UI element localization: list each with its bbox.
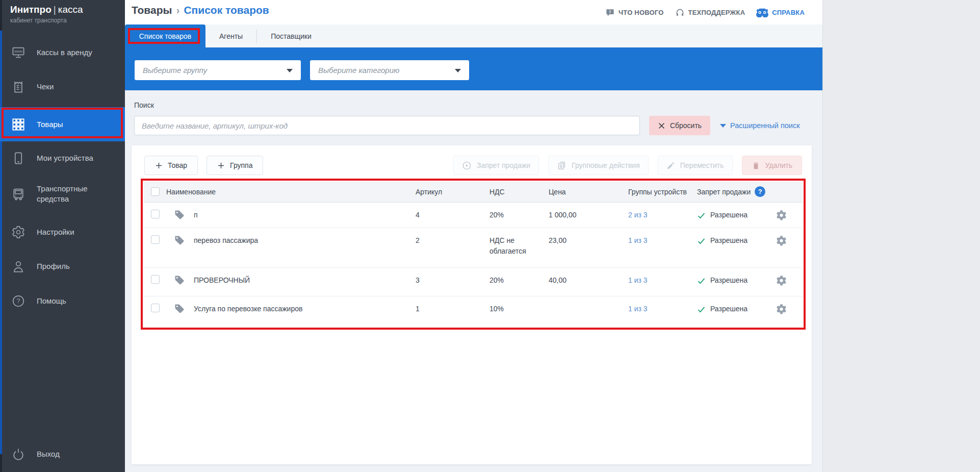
svg-text:!: ! — [609, 9, 611, 14]
tag-icon — [173, 234, 186, 246]
category-filter-dropdown[interactable]: Выберите категорию — [310, 60, 469, 80]
add-group-label: Группа — [230, 161, 252, 169]
support-link[interactable]: ТЕХПОДДЕРЖКА — [675, 8, 745, 17]
row-settings-gear-icon[interactable] — [776, 210, 787, 220]
table-row: Услуга по перевозке пассажиров 1 10% 1 и… — [144, 296, 803, 321]
plus-icon — [155, 162, 163, 169]
reset-button[interactable]: Сбросить — [649, 116, 710, 135]
search-input[interactable] — [134, 116, 640, 135]
bus-icon — [10, 186, 27, 202]
advanced-search-label: Расширенный поиск — [730, 121, 800, 130]
row-checkbox[interactable] — [151, 304, 160, 312]
trash-icon — [752, 161, 760, 170]
product-price — [549, 296, 628, 321]
delete-label: Удалить — [765, 161, 792, 169]
group-filter-dropdown[interactable]: Выберите группу — [135, 60, 301, 80]
device-groups-link[interactable]: 2 из 3 — [628, 211, 648, 219]
brand-name: Инитпро — [10, 4, 51, 15]
row-settings-gear-icon[interactable] — [776, 235, 787, 246]
advanced-search-link[interactable]: Расширенный поиск — [720, 116, 800, 135]
play-circle-icon — [462, 161, 472, 170]
sale-status: Разрешена — [710, 275, 747, 286]
app-logo[interactable]: Инитпро|касса — [10, 4, 83, 15]
sale-status: Разрешена — [710, 210, 747, 220]
sidebar-item-settings[interactable]: Настройки — [0, 218, 125, 246]
move-label: Переместить — [680, 161, 724, 169]
add-group-button[interactable]: Группа — [207, 156, 263, 175]
tab-bar: Список товаров Агенты Поставщики — [125, 24, 822, 47]
product-name[interactable]: п — [194, 210, 198, 220]
reference-link[interactable]: СПРАВКА — [756, 8, 805, 17]
col-header-sku: Артикул — [416, 182, 489, 202]
bulk-actions-button[interactable]: Групповые действия — [548, 156, 649, 175]
add-product-button[interactable]: Товар — [144, 156, 198, 175]
row-settings-gear-icon[interactable] — [776, 275, 787, 286]
row-checkbox[interactable] — [151, 275, 160, 284]
device-groups-link[interactable]: 1 из 3 — [628, 305, 648, 313]
help-badge-icon[interactable]: ? — [755, 186, 765, 197]
row-settings-gear-icon[interactable] — [776, 304, 787, 314]
pencil-icon — [666, 161, 675, 170]
select-all-checkbox[interactable] — [151, 187, 160, 196]
col-header-sale-ban: Запрет продажи — [697, 188, 751, 196]
page-header: Товары›Список товаров ! ЧТО НОВОГО — [125, 0, 822, 24]
product-name[interactable]: Услуга по перевозке пассажиров — [194, 304, 302, 314]
gear-icon — [10, 224, 27, 240]
sidebar-item-label: Чеки — [37, 82, 118, 92]
sidebar-item-logout[interactable]: Выход — [0, 440, 125, 468]
delete-button[interactable]: Удалить — [742, 156, 802, 175]
row-checkbox[interactable] — [151, 235, 160, 244]
sidebar-item-my-devices[interactable]: Мои устройства — [0, 144, 125, 172]
brand-suffix: касса — [58, 4, 83, 15]
row-checkbox[interactable] — [151, 210, 160, 218]
ban-sale-button[interactable]: Запрет продажи — [453, 156, 539, 175]
annotation-rect-table: Наименование Артикул НДС Цена Группы уст… — [141, 179, 806, 330]
table-row: ПРОВЕРОЧНЫЙ 3 20% 40,00 1 из 3 Разрешена — [144, 267, 803, 296]
sidebar-item-receipts[interactable]: Чеки — [0, 72, 125, 101]
col-header-name: Наименование — [166, 188, 216, 196]
device-groups-link[interactable]: 1 из 3 — [628, 236, 648, 244]
product-price: 23,00 — [549, 228, 628, 267]
sidebar-item-rental-registers[interactable]: www Кассы в аренду — [0, 38, 125, 67]
tab-agents[interactable]: Агенты — [205, 32, 256, 40]
sidebar-item-profile[interactable]: Профиль — [0, 252, 125, 281]
tag-icon — [173, 209, 186, 221]
product-name[interactable]: ПРОВЕРОЧНЫЙ — [194, 275, 250, 286]
check-icon — [697, 305, 706, 314]
move-button[interactable]: Переместить — [658, 156, 733, 175]
tab-goods-list[interactable]: Список товаров — [125, 24, 205, 47]
tab-suppliers[interactable]: Поставщики — [257, 32, 325, 40]
col-header-vat: НДС — [489, 182, 549, 202]
device-groups-link[interactable]: 1 из 3 — [628, 276, 648, 284]
product-name[interactable]: перевоз пассажира — [194, 235, 258, 246]
product-sku: 4 — [416, 202, 489, 228]
product-vat: 20% — [489, 202, 549, 228]
sidebar-item-help[interactable]: ? Помощь — [0, 287, 125, 315]
monitor-www-icon: www — [10, 44, 27, 61]
bulk-actions-label: Групповые действия — [572, 161, 640, 169]
question-circle-icon: ? — [10, 293, 27, 309]
support-label: ТЕХПОДДЕРЖКА — [688, 9, 745, 16]
power-icon — [10, 446, 27, 462]
person-icon — [10, 258, 27, 275]
table-row: перевоз пассажира 2 НДС не облагается 23… — [144, 228, 803, 267]
stacked-docs-icon — [557, 161, 566, 170]
breadcrumb-separator: › — [172, 4, 184, 16]
chevron-down-icon — [455, 69, 461, 72]
headphones-icon — [675, 8, 685, 17]
product-vat: 20% — [489, 267, 549, 296]
breadcrumb-section: Товары — [132, 4, 172, 16]
filter-band: Выберите группу Выберите категорию — [125, 47, 822, 90]
close-icon — [658, 122, 665, 130]
toolbar-left: Товар Группа — [144, 156, 263, 175]
col-header-price: Цена — [549, 182, 628, 202]
sidebar-item-goods[interactable]: Товары — [0, 107, 125, 141]
whats-new-link[interactable]: ! ЧТО НОВОГО — [605, 8, 663, 17]
outside-page-background — [822, 0, 980, 472]
sale-status: Разрешена — [710, 304, 747, 314]
receipt-icon — [10, 79, 27, 95]
smartphone-icon — [10, 150, 27, 166]
sidebar-item-vehicles[interactable]: Транспортные средства — [0, 177, 125, 211]
main-area: Товары›Список товаров ! ЧТО НОВОГО — [125, 0, 822, 472]
svg-text:?: ? — [17, 297, 20, 305]
